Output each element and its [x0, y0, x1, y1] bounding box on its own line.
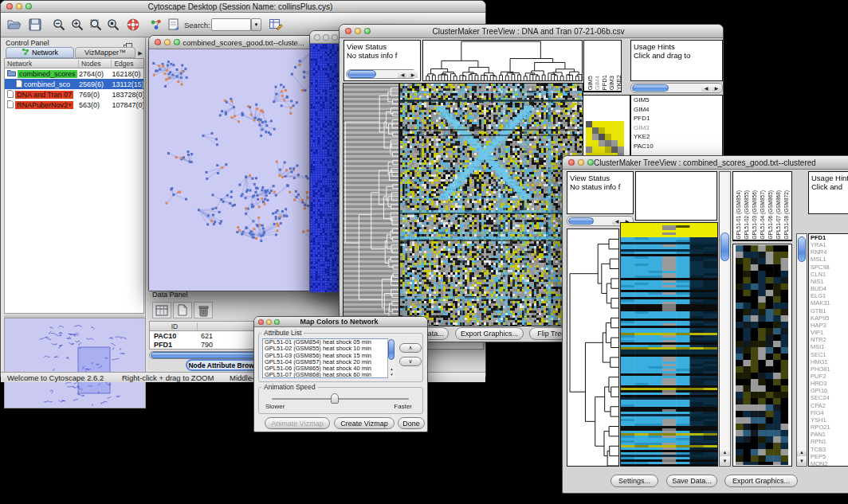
done-button[interactable]: Done	[398, 417, 425, 429]
vizmap-icon[interactable]	[147, 17, 164, 33]
tab-overflow-button[interactable]: ▶	[136, 49, 144, 58]
treeview2-titlebar[interactable]: ClusterMaker TreeView : combined_scores_…	[563, 156, 848, 170]
scrollbar-thumb[interactable]	[632, 84, 669, 92]
row-dendrogram[interactable]	[344, 84, 398, 326]
tv2-gene-label[interactable]: RNR4	[809, 248, 848, 256]
tv2-gene-label[interactable]: FIG4	[809, 409, 848, 416]
minimize-button[interactable]	[266, 319, 272, 325]
network-row[interactable]: combined_scores 2764(0) 16218(0)	[5, 68, 143, 79]
tv2-gene-label[interactable]: PEP5	[809, 453, 848, 460]
zoom-button[interactable]	[174, 39, 180, 45]
network-row[interactable]: RNAPuberNov2+ 563(0) 107847(0)	[5, 100, 143, 110]
export-graphics-button[interactable]: Export Graphics...	[455, 327, 524, 340]
tv2-gene-label[interactable]: GPI16	[809, 387, 848, 394]
row-dendrogram-panel[interactable]	[567, 229, 619, 467]
tv2-gene-label[interactable]: SPC98	[809, 264, 848, 271]
scroll-up-icon[interactable]: ▲	[388, 367, 395, 372]
tv2-gene-label[interactable]: MSI1	[809, 343, 848, 350]
tab-network[interactable]: Network	[6, 47, 74, 58]
heatmap[interactable]	[400, 84, 583, 326]
tv2-gene-label[interactable]: GTB1	[809, 307, 848, 315]
tv1-gene-label[interactable]: YKE2	[631, 132, 722, 142]
tv2-gene-label[interactable]: PFD1	[809, 234, 848, 241]
close-button[interactable]	[6, 3, 13, 10]
tv2-gene-label[interactable]: BUD4	[809, 285, 848, 292]
move-down-button[interactable]: ∨	[399, 357, 422, 366]
network-row-selected[interactable]: combined_sco 2569(6) 13112(15)	[5, 79, 143, 89]
tab-vizmapper[interactable]: VizMapper™	[75, 47, 135, 58]
heatmap-panel[interactable]	[399, 83, 583, 326]
column-header[interactable]: Nodes	[79, 60, 112, 68]
minimize-button[interactable]	[355, 28, 361, 34]
tv1-column-label[interactable]: GIM3	[608, 76, 615, 90]
column-dendrogram-panel[interactable]	[635, 171, 717, 221]
tv2-gene-label[interactable]: MAK31	[809, 299, 848, 307]
zoom-in-icon[interactable]	[69, 17, 85, 33]
tv2-column-label[interactable]: GPL51-03 (GSM856)	[752, 190, 757, 239]
usage-hints-scrollbar[interactable]: ◀ ▶	[630, 83, 723, 93]
heatmap[interactable]	[621, 223, 717, 466]
zoom-button[interactable]	[274, 319, 280, 325]
zoom-button[interactable]	[26, 3, 32, 10]
open-file-icon[interactable]	[6, 17, 22, 33]
scrollbar-thumb[interactable]	[388, 339, 395, 360]
scroll-up-icon[interactable]: ▲	[720, 448, 730, 456]
tv2-gene-label[interactable]: YRA1	[809, 241, 848, 248]
attribute-list-scrollbar[interactable]: ▲ ▼	[387, 338, 395, 378]
save-icon[interactable]	[26, 17, 43, 33]
zoom-button[interactable]	[364, 28, 371, 34]
tv2-gene-label[interactable]: NTR2	[809, 336, 848, 343]
scroll-down-icon[interactable]: ▼	[388, 373, 395, 377]
scrollbar-thumb[interactable]	[347, 70, 376, 78]
tv2-gene-label[interactable]: VIP1	[809, 329, 848, 336]
tv2-gene-label[interactable]: KAP95	[809, 315, 848, 322]
tv2-gene-label[interactable]: CLN1	[809, 271, 848, 278]
scroll-left-icon[interactable]: ◀	[701, 84, 711, 92]
minimize-button[interactable]	[164, 39, 171, 45]
tv2-column-label[interactable]: GPL51-07 (GSM868)	[775, 190, 781, 239]
scrollbar-thumb[interactable]	[720, 232, 729, 261]
zoom-heatmap-panel[interactable]	[732, 244, 792, 467]
tv2-column-label[interactable]: GPL51-02 (GSM855)	[744, 190, 749, 239]
tv1-column-label[interactable]: PFD1	[601, 75, 608, 90]
tv2-gene-label[interactable]: YSH1	[809, 416, 848, 424]
tv1-gene-label[interactable]: GIM5	[631, 96, 722, 105]
correlation-matrix[interactable]	[586, 121, 624, 159]
treeview1-titlebar[interactable]: ClusterMaker TreeView : DNA and Tran 07-…	[340, 25, 723, 38]
tv1-column-label[interactable]: YKE2	[615, 75, 622, 90]
tv2-column-label[interactable]: GPL51-08 (GSM872)	[783, 190, 789, 239]
column-dendrogram[interactable]	[423, 41, 582, 80]
network-row[interactable]: DNA and Tran 07 769(0) 183728(0)	[5, 89, 143, 100]
zoom-out-icon[interactable]	[50, 17, 67, 33]
search-input[interactable]	[211, 18, 251, 31]
row-dendrogram[interactable]	[567, 229, 618, 466]
zoom-fit-icon[interactable]	[87, 17, 104, 33]
tv2-gene-label[interactable]: HAP3	[809, 322, 848, 329]
close-button[interactable]	[345, 28, 351, 34]
dialog-titlebar[interactable]: Map Colors to Network	[254, 317, 427, 327]
move-up-button[interactable]: ∧	[399, 343, 422, 353]
help-lifesaver-icon[interactable]	[124, 17, 141, 33]
tv1-gene-label[interactable]: PFD1	[631, 114, 722, 123]
minimize-button[interactable]	[16, 3, 22, 10]
column-header[interactable]: Edges	[112, 60, 143, 68]
scrollbar-thumb[interactable]	[798, 236, 806, 262]
close-button[interactable]	[314, 34, 320, 41]
scroll-left-icon[interactable]: ◀	[398, 70, 407, 78]
heatmap-panel[interactable]	[620, 222, 718, 467]
tv2-gene-label[interactable]: HRD3	[809, 380, 848, 387]
tv2-gene-label[interactable]: TCB3	[809, 446, 848, 453]
tv2-column-label[interactable]: GPL51-01 (GSM854)	[736, 190, 741, 239]
column-header[interactable]: Network	[5, 60, 79, 68]
tv2-column-label[interactable]: GPL51-06 (GSM865)	[768, 190, 773, 239]
export-graphics-button[interactable]: Export Graphics...	[724, 475, 798, 487]
animation-speed-slider-thumb[interactable]	[331, 393, 339, 404]
view-status-scrollbar[interactable]: ◀ ▶	[346, 69, 417, 79]
scroll-down-icon[interactable]: ▼	[797, 457, 807, 465]
column-dendrogram-panel[interactable]	[422, 40, 583, 81]
tv1-gene-label[interactable]: GIM3	[631, 123, 722, 133]
scroll-down-icon[interactable]: ▼	[720, 457, 730, 465]
network-overview-thumbnail[interactable]	[4, 318, 146, 408]
close-button[interactable]	[258, 319, 264, 325]
attribute-list[interactable]: GPL51-01 (GSM854) heat shock 05 minGPL51…	[262, 338, 395, 378]
